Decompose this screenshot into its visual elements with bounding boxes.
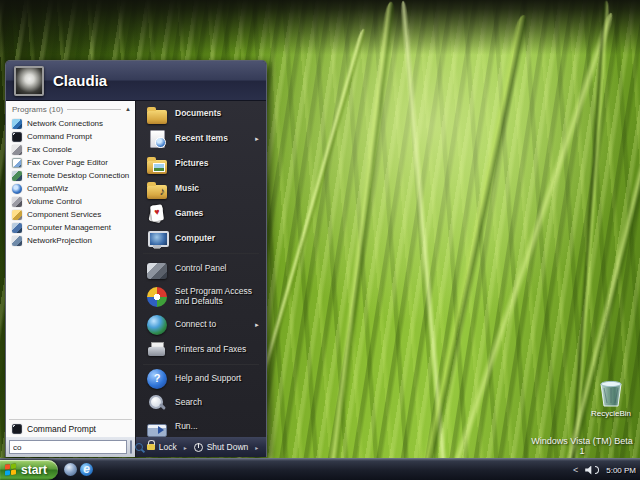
program-item-volume-control[interactable]: Volume Control <box>6 195 135 208</box>
menu-item-pictures[interactable]: Pictures <box>136 151 266 176</box>
recycle-bin-desktop-icon[interactable]: RecycleBin <box>585 378 637 418</box>
lock-button[interactable]: Lock <box>144 440 180 454</box>
taskbar: start e < 5:00 PM <box>0 458 640 480</box>
menu-item-computer[interactable]: Computer <box>136 226 266 251</box>
menu-item-help-and-support[interactable]: ? Help and Support <box>136 367 266 391</box>
taskbar-clock[interactable]: 5:00 PM <box>606 466 636 475</box>
compatwiz-icon <box>12 184 22 194</box>
quick-launch-internet-explorer-icon[interactable]: e <box>80 463 93 476</box>
recycle-bin-icon <box>597 378 625 408</box>
programs-header[interactable]: Programs (10) ▲ <box>6 101 135 117</box>
power-icon <box>194 443 203 452</box>
program-item-component-services[interactable]: Component Services <box>6 208 135 221</box>
program-item-network-connections[interactable]: Network Connections <box>6 117 135 130</box>
start-button[interactable]: start <box>0 460 58 480</box>
printers-icon <box>147 340 167 360</box>
system-tray: < 5:00 PM <box>573 459 636 480</box>
start-menu-search-input[interactable] <box>9 440 127 454</box>
menu-item-games[interactable]: Games <box>136 201 266 226</box>
search-result-command-prompt[interactable]: Command Prompt <box>6 421 135 437</box>
menu-item-music[interactable]: Music <box>136 176 266 201</box>
program-access-icon <box>147 287 167 307</box>
help-icon: ? <box>147 369 167 389</box>
session-controls: Lock ▸ Shut Down ▸ <box>136 437 266 457</box>
search-bar <box>6 437 136 457</box>
fax-cover-page-editor-icon <box>12 158 22 168</box>
menu-item-printers-and-faxes[interactable]: Printers and Faxes <box>136 337 266 362</box>
menu-item-set-program-access[interactable]: Set Program Access and Defaults <box>136 281 266 312</box>
right-column-separator <box>143 364 259 365</box>
menu-item-connect-to[interactable]: Connect to ► <box>136 312 266 337</box>
volume-wave-icon <box>595 466 599 474</box>
user-avatar[interactable] <box>14 66 44 96</box>
submenu-arrow-icon: ► <box>254 136 260 142</box>
control-panel-icon <box>147 263 167 279</box>
menu-item-search[interactable]: Search <box>136 391 266 415</box>
tray-overflow-chevron-icon[interactable]: < <box>573 465 578 475</box>
volume-icon[interactable] <box>585 466 594 475</box>
programs-header-label: Programs (10) <box>12 105 63 114</box>
build-watermark: Windows Vista (TM) Beta 1 <box>528 436 636 456</box>
quick-launch-app-orb-icon[interactable] <box>64 463 77 476</box>
pictures-icon <box>147 160 167 174</box>
shut-down-options-arrow-icon[interactable]: ▸ <box>255 444 258 451</box>
program-item-network-projection[interactable]: NetworkProjection <box>6 234 135 247</box>
program-item-computer-management[interactable]: Computer Management <box>6 221 135 234</box>
menu-item-control-panel[interactable]: Control Panel <box>136 256 266 281</box>
menu-item-documents[interactable]: Documents <box>136 101 266 126</box>
program-item-fax-cover-page-editor[interactable]: Fax Cover Page Editor <box>6 156 135 169</box>
documents-icon <box>147 110 167 124</box>
network-connections-icon <box>12 119 22 129</box>
network-projection-icon <box>12 236 22 246</box>
programs-header-rule <box>67 109 121 110</box>
program-item-compatwiz[interactable]: CompatWiz <box>6 182 135 195</box>
computer-icon <box>147 229 167 249</box>
games-icon <box>147 204 167 224</box>
program-item-fax-console[interactable]: Fax Console <box>6 143 135 156</box>
right-column-separator <box>143 253 259 254</box>
start-menu-header: Claudia <box>6 61 266 101</box>
windows-flag-icon <box>5 463 17 476</box>
connect-to-icon <box>147 315 167 335</box>
grass-blade <box>327 1 397 479</box>
run-icon <box>147 424 167 437</box>
music-icon <box>147 185 167 199</box>
fax-console-icon <box>12 145 22 155</box>
volume-control-icon <box>12 197 22 207</box>
program-item-command-prompt[interactable]: Command Prompt <box>6 130 135 143</box>
user-name: Claudia <box>53 72 107 89</box>
programs-panel: Programs (10) ▲ Network Connections Comm… <box>6 101 136 437</box>
component-services-icon <box>12 210 22 220</box>
remote-desktop-icon <box>12 171 22 181</box>
recent-items-icon <box>147 129 167 149</box>
search-icon <box>147 393 167 413</box>
lock-options-arrow-icon[interactable]: ▸ <box>184 444 187 451</box>
computer-management-icon <box>12 223 22 233</box>
start-menu-places-panel: Documents Recent Items ► Pictures Music <box>136 101 266 437</box>
left-column-separator <box>9 419 132 420</box>
collapse-up-arrow-icon[interactable]: ▲ <box>125 106 131 112</box>
command-prompt-icon <box>12 424 22 434</box>
command-prompt-icon <box>12 132 22 142</box>
start-menu-footer: Lock ▸ Shut Down ▸ <box>6 437 266 457</box>
program-item-remote-desktop[interactable]: Remote Desktop Connection <box>6 169 135 182</box>
shut-down-button[interactable]: Shut Down <box>191 440 252 454</box>
lock-icon <box>147 444 155 450</box>
menu-item-recent-items[interactable]: Recent Items ► <box>136 126 266 151</box>
screen: RecycleBin Windows Vista (TM) Beta 1 Cla… <box>0 0 640 480</box>
recycle-bin-label: RecycleBin <box>585 409 637 418</box>
menu-item-run[interactable]: Run... <box>136 415 266 439</box>
submenu-arrow-icon: ► <box>254 322 260 328</box>
start-menu: Claudia Programs (10) ▲ Network Connecti… <box>5 60 267 457</box>
search-go-button magnifier-icon[interactable] <box>130 440 132 454</box>
